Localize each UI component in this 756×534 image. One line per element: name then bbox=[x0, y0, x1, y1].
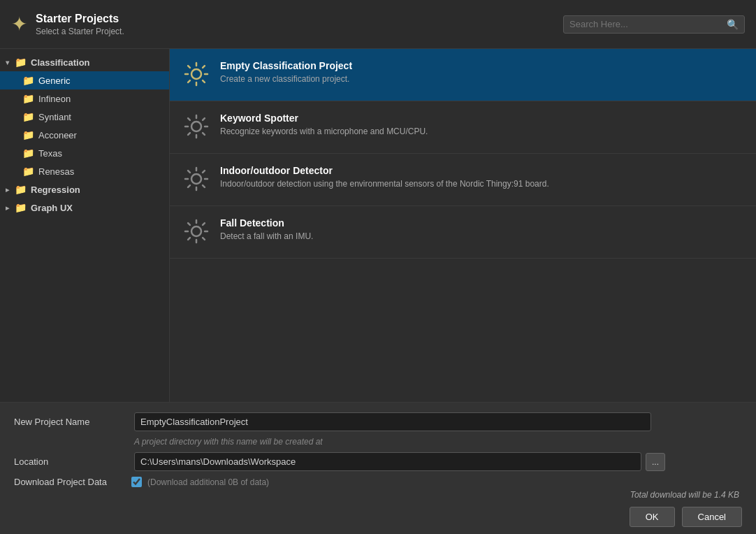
location-row: Location ... bbox=[14, 452, 742, 471]
svg-point-0 bbox=[191, 69, 201, 79]
download-label: Download Project Data bbox=[14, 477, 126, 487]
svg-point-2 bbox=[191, 174, 201, 184]
location-label: Location bbox=[14, 456, 126, 467]
svg-point-1 bbox=[191, 122, 201, 131]
sidebar-label-regression: Regression bbox=[31, 185, 80, 195]
sidebar-item-acconeer[interactable]: 📁 Acconeer bbox=[0, 126, 169, 144]
gear-icon bbox=[184, 166, 209, 194]
sidebar-label-texas: Texas bbox=[38, 148, 62, 159]
folder-icon: 📁 bbox=[22, 129, 34, 140]
folder-icon: 📁 bbox=[22, 147, 34, 159]
sidebar-item-syntiant[interactable]: 📁 Syntiant bbox=[0, 108, 169, 126]
sidebar-label-syntiant: Syntiant bbox=[38, 112, 71, 122]
location-input[interactable] bbox=[134, 452, 641, 471]
search-input[interactable] bbox=[569, 19, 727, 29]
sidebar-label-graph-ux: Graph UX bbox=[31, 203, 73, 213]
cancel-button[interactable]: Cancel bbox=[682, 507, 742, 527]
folder-icon: 📁 bbox=[22, 166, 34, 177]
browse-button[interactable]: ... bbox=[646, 453, 665, 471]
dialog-buttons: OK Cancel bbox=[14, 507, 742, 527]
sidebar-item-regression[interactable]: ▸ 📁 Regression bbox=[0, 180, 169, 199]
sidebar-item-classification[interactable]: ▾ 📁 Classification bbox=[0, 53, 169, 71]
download-hint: (Download additional 0B of data) bbox=[147, 477, 269, 487]
total-download: Total download will be 1.4 KB bbox=[14, 490, 742, 500]
sidebar-label-renesas: Renesas bbox=[38, 166, 74, 177]
sidebar-item-renesas[interactable]: 📁 Renesas bbox=[0, 162, 169, 180]
sidebar-item-texas[interactable]: 📁 Texas bbox=[0, 144, 169, 162]
project-item-fall-detection[interactable]: Fall Detection Detect a fall with an IMU… bbox=[170, 206, 756, 259]
chevron-right-icon: ▸ bbox=[6, 186, 9, 194]
project-item-empty-classification[interactable]: Empty Classification Project Create a ne… bbox=[170, 49, 756, 101]
sidebar-label-acconeer: Acconeer bbox=[38, 130, 77, 140]
gear-icon bbox=[184, 62, 209, 89]
folder-icon: 📁 bbox=[22, 93, 34, 104]
bottom-panel: New Project Name A project directory wit… bbox=[0, 402, 756, 534]
gear-icon bbox=[184, 219, 209, 247]
project-name-indoor-outdoor: Indoor/outdoor Detector bbox=[220, 165, 549, 176]
project-name-keyword-spotter: Keyword Spotter bbox=[220, 113, 428, 124]
project-hint: A project directory with this name will … bbox=[134, 437, 742, 447]
content-area: ▾ 📁 Classification 📁 Generic 📁 Infineon … bbox=[0, 49, 756, 402]
gear-icon bbox=[184, 114, 209, 142]
search-icon: 🔍 bbox=[727, 19, 739, 30]
download-row: Download Project Data (Download addition… bbox=[14, 477, 742, 487]
folder-icon: 📁 bbox=[15, 202, 27, 213]
chevron-down-icon: ▾ bbox=[6, 59, 9, 66]
project-desc-empty-classification: Create a new classification project. bbox=[220, 74, 352, 84]
app-subtitle: Select a Starter Project. bbox=[36, 27, 124, 36]
sidebar: ▾ 📁 Classification 📁 Generic 📁 Infineon … bbox=[0, 49, 170, 402]
project-name-empty-classification: Empty Classification Project bbox=[220, 60, 352, 71]
project-name-fall-detection: Fall Detection bbox=[220, 217, 313, 229]
sidebar-label-generic: Generic bbox=[38, 75, 71, 86]
project-desc-keyword-spotter: Recognize keywords with a microphone and… bbox=[220, 127, 428, 136]
folder-icon: 📁 bbox=[22, 111, 34, 122]
folder-icon: 📁 bbox=[15, 57, 27, 68]
sidebar-item-infineon[interactable]: 📁 Infineon bbox=[0, 89, 169, 108]
download-checkbox[interactable] bbox=[131, 477, 142, 487]
folder-icon: 📁 bbox=[15, 184, 27, 195]
sidebar-label-infineon: Infineon bbox=[38, 94, 71, 104]
header: ✦ Starter Projects Select a Starter Proj… bbox=[0, 0, 756, 49]
project-desc-fall-detection: Detect a fall with an IMU. bbox=[220, 231, 313, 241]
new-project-input[interactable] bbox=[134, 412, 651, 431]
project-desc-indoor-outdoor: Indoor/outdoor detection using the envir… bbox=[220, 179, 549, 189]
folder-icon: 📁 bbox=[22, 75, 34, 86]
search-box[interactable]: 🔍 bbox=[563, 15, 745, 34]
svg-point-3 bbox=[191, 226, 201, 236]
project-list: Empty Classification Project Create a ne… bbox=[170, 49, 756, 402]
wand-icon: ✦ bbox=[11, 13, 27, 36]
sidebar-item-graph-ux[interactable]: ▸ 📁 Graph UX bbox=[0, 199, 169, 217]
app-title: Starter Projects bbox=[36, 13, 124, 25]
sidebar-item-generic[interactable]: 📁 Generic bbox=[0, 71, 169, 89]
new-project-row: New Project Name bbox=[14, 412, 742, 431]
new-project-label: New Project Name bbox=[14, 417, 126, 427]
sidebar-label-classification: Classification bbox=[31, 57, 90, 68]
project-item-indoor-outdoor[interactable]: Indoor/outdoor Detector Indoor/outdoor d… bbox=[170, 154, 756, 206]
chevron-right-icon: ▸ bbox=[6, 204, 9, 212]
project-item-keyword-spotter[interactable]: Keyword Spotter Recognize keywords with … bbox=[170, 101, 756, 154]
ok-button[interactable]: OK bbox=[630, 507, 675, 527]
